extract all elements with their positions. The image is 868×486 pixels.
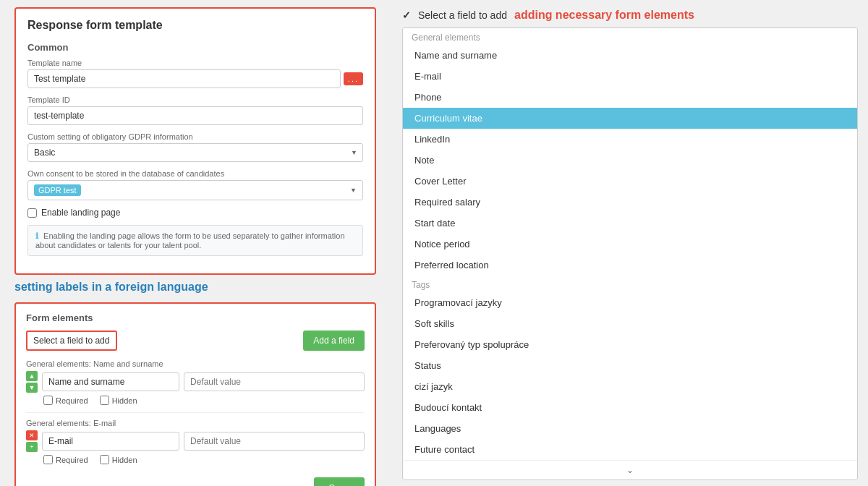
template-name-wrapper: ...: [27, 69, 363, 88]
element-name-hidden-checkbox[interactable]: [100, 396, 109, 405]
gdpr-group: Custom setting of obligatory GDPR inform…: [27, 132, 363, 162]
dropdown-item-preferovany[interactable]: Preferovaný typ spolupráce: [403, 334, 857, 355]
dropdown-annotation: adding necessary form elements: [514, 9, 694, 22]
element-email-remove-btn[interactable]: ✕: [26, 430, 38, 440]
dropdown-item-email[interactable]: E-mail: [403, 66, 857, 87]
dropdown-item-required-salary[interactable]: Required salary: [403, 192, 857, 213]
element-email-required-group: Required: [43, 455, 88, 464]
element-name-checkboxes: Required Hidden: [43, 396, 365, 405]
info-box: ℹ Enabling the landing page allows the f…: [27, 225, 363, 256]
element-name-hidden-label: Hidden: [112, 396, 137, 405]
save-button[interactable]: Save: [314, 477, 365, 486]
gdpr-tag[interactable]: GDPR test: [34, 184, 81, 196]
consent-label: Own consent to be stored in the database…: [27, 169, 363, 178]
element-name-required-group: Required: [43, 396, 88, 405]
dropdown-item-budouci-kontakt[interactable]: Budoucí kontakt: [403, 397, 857, 418]
enable-landing-label: Enable landing page: [41, 208, 120, 218]
template-name-group: Template name ...: [27, 59, 363, 88]
common-section-title: Common: [27, 42, 363, 53]
element-name-down-btn[interactable]: ▼: [26, 383, 38, 393]
element-name-hidden-group: Hidden: [100, 396, 137, 405]
element-email-checkboxes: Required Hidden: [43, 455, 365, 464]
dropdown-item-future-contact[interactable]: Future contact: [403, 439, 857, 460]
enable-landing-group: Enable landing page: [27, 208, 363, 218]
save-bar: Save: [26, 472, 365, 486]
element-email-required-label: Required: [56, 456, 88, 464]
category-general: General elements: [403, 28, 857, 45]
dropdown-item-cv[interactable]: Curriculum vitae: [403, 108, 857, 129]
dropdown-item-cover-letter[interactable]: Cover Letter: [403, 171, 857, 192]
element-name-required-label: Required: [56, 396, 88, 405]
consent-group: Own consent to be stored in the database…: [27, 169, 363, 200]
add-field-row: Select a field to add Add a field: [26, 331, 365, 351]
dropdown-item-soft-skills[interactable]: Soft skills: [403, 313, 857, 334]
element-name-row: ▲ ▼: [26, 371, 365, 393]
element-email-hidden-label: Hidden: [112, 456, 137, 464]
dropdown-item-note[interactable]: Note: [403, 150, 857, 171]
gdpr-label: Custom setting of obligatory GDPR inform…: [27, 132, 363, 141]
element-email-group: General elements: E-mail ✕ + Required Hi…: [26, 419, 365, 464]
dropdown-item-phone[interactable]: Phone: [403, 87, 857, 108]
template-name-label: Template name: [27, 59, 363, 67]
element-name-default[interactable]: [184, 372, 365, 391]
dropdown-item-linkedin[interactable]: LinkedIn: [403, 129, 857, 150]
element-email-row: ✕ +: [26, 430, 365, 452]
form-card: Response form template Common Template n…: [14, 7, 376, 275]
template-id-input[interactable]: [27, 106, 363, 125]
element-email-hidden-checkbox[interactable]: [100, 455, 109, 464]
template-id-label: Template ID: [27, 95, 363, 104]
element-name-controls: ▲ ▼: [26, 371, 38, 393]
template-name-input[interactable]: [27, 69, 341, 88]
element-name-required-checkbox[interactable]: [43, 396, 53, 405]
gdpr-select[interactable]: Basic: [27, 143, 363, 162]
check-icon: ✓: [402, 9, 411, 21]
element-name-up-btn[interactable]: ▲: [26, 371, 38, 381]
consent-tag-wrapper[interactable]: GDPR test ▼: [27, 180, 363, 200]
element-email-controls: ✕ +: [26, 430, 38, 452]
dropdown-title: Select a field to add: [418, 9, 507, 21]
element-email-input[interactable]: [42, 432, 179, 451]
foreign-language-annotation: setting labels in a foreign language: [14, 281, 376, 294]
dropdown-item-programovaci[interactable]: Programovací jazyky: [403, 292, 857, 313]
right-panel: ✓ Select a field to add adding necessary…: [391, 0, 868, 486]
element-email-hidden-group: Hidden: [100, 455, 137, 464]
element-email-required-checkbox[interactable]: [43, 455, 53, 464]
info-text: Enabling the landing page allows the for…: [35, 231, 345, 250]
form-elements-card: Form elements Select a field to add Add …: [14, 302, 376, 486]
dropdown-item-languages[interactable]: Languages: [403, 418, 857, 439]
dropdown-scroll-indicator[interactable]: ⌄: [403, 460, 857, 479]
form-elements-title: Form elements: [26, 312, 365, 323]
element-name-header: General elements: Name and surname: [26, 359, 365, 368]
dropdown-header: ✓ Select a field to add adding necessary…: [391, 0, 868, 27]
template-id-group: Template ID: [27, 95, 363, 125]
element-name-group: General elements: Name and surname ▲ ▼ R…: [26, 359, 365, 405]
element-email-add-btn[interactable]: +: [26, 442, 38, 452]
add-field-select[interactable]: Select a field to add: [26, 331, 117, 351]
dropdown-item-name-surname[interactable]: Name and surname: [403, 45, 857, 66]
add-field-button[interactable]: Add a field: [303, 331, 365, 351]
dropdown-item-cizi-jazyk[interactable]: cizí jazyk: [403, 376, 857, 397]
left-panel: Response form template Common Template n…: [0, 0, 391, 486]
dropdown-list: General elements Name and surname E-mail…: [402, 27, 858, 480]
dropdown-item-status[interactable]: Status: [403, 355, 857, 376]
dropdown-item-start-date[interactable]: Start date: [403, 213, 857, 234]
form-card-title: Response form template: [27, 19, 363, 32]
dropdown-item-notice-period[interactable]: Notice period: [403, 234, 857, 255]
elements-divider: [26, 412, 365, 413]
add-field-select-wrapper: Select a field to add: [26, 331, 297, 351]
info-icon: ℹ: [35, 231, 38, 240]
scroll-down-arrow: ⌄: [626, 465, 634, 475]
category-tags: Tags: [403, 276, 857, 292]
gdpr-select-wrapper: Basic: [27, 143, 363, 162]
element-email-header: General elements: E-mail: [26, 419, 365, 427]
enable-landing-checkbox[interactable]: [27, 208, 37, 218]
element-name-input[interactable]: [42, 372, 179, 391]
dropdown-item-preferred-location[interactable]: Preferred location: [403, 255, 857, 276]
element-email-default[interactable]: [184, 432, 365, 451]
consent-dropdown-arrow[interactable]: ▼: [350, 187, 357, 194]
template-name-dots-btn[interactable]: ...: [344, 72, 363, 85]
